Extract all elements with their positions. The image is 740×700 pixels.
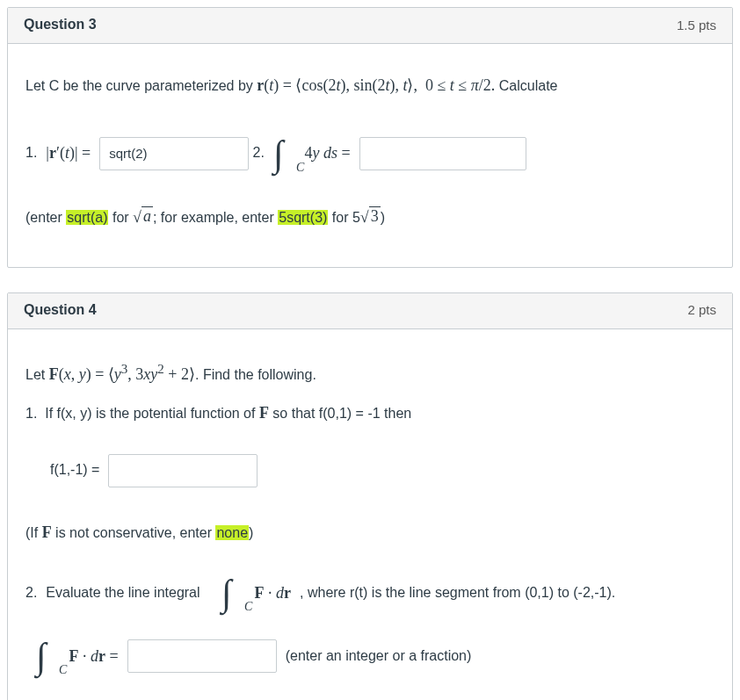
q3-part1-input[interactable]	[99, 137, 249, 170]
q3-hint: (enter sqrt(a) for a; for example, enter…	[25, 206, 715, 230]
q3-hint-mid: for	[108, 210, 133, 225]
question-3-title: Question 3	[24, 17, 97, 32]
q4-part1-text: If f(x, y) is the potential function of	[45, 406, 259, 421]
question-4-body: Let F(x, y) = ⟨y3, 3xy2 + 2⟩. Find the f…	[8, 329, 732, 700]
q3-intro-pre: Let C be the curve parameterized by	[25, 78, 257, 93]
q3-param-eq: r(t) = ⟨cos(2t), sin(2t), t⟩, 0 ≤ t ≤ π/…	[257, 76, 499, 94]
q4-part1-text: 1. If f(x, y) is the potential function …	[25, 401, 715, 426]
q4-intro-post: . Find the following.	[195, 367, 316, 382]
q3-part2-integrand: 4y ds =	[304, 141, 350, 166]
integral-icon-3: ∫C	[36, 638, 47, 675]
q4-part1-input[interactable]	[108, 454, 258, 487]
q3-hint-for: for 5	[328, 210, 359, 225]
q4-intro: Let F(x, y) = ⟨y3, 3xy2 + 2⟩. Find the f…	[25, 359, 715, 387]
q3-part1-num: 1.	[25, 142, 37, 164]
sqrt-3: 3	[360, 206, 381, 230]
q4-part2-where: , where r(t) is the line segment from (0…	[300, 582, 615, 604]
q4-part2-hint: (enter an integer or a fraction)	[286, 646, 472, 668]
q4-cons-mid: is not conservative, enter	[52, 525, 216, 540]
question-4-card: Question 4 2 pts Let F(x, y) = ⟨y3, 3xy2…	[7, 292, 733, 700]
question-4-pts: 2 pts	[687, 302, 716, 317]
q3-part1-lhs: |r′(t)| =	[46, 141, 91, 166]
q3-hint-close: )	[381, 210, 385, 225]
q3-hint-post: ; for example, enter	[153, 210, 278, 225]
q4-part2-text: Evaluate the line integral	[46, 582, 200, 604]
q4-part1-answer: f(1,-1) =	[50, 454, 258, 487]
q4-conservative-hint: (If F is not conservative, enter none)	[25, 521, 715, 545]
question-3-body: Let C be the curve parameterized by r(t)…	[8, 44, 732, 267]
q4-part1-text2: so that f(0,1) = -1 then	[269, 406, 411, 421]
q4-cons-pre: (If	[25, 525, 42, 540]
q3-part2: 2. ∫C 4y ds =	[253, 135, 526, 172]
question-4-title: Question 4	[24, 302, 97, 318]
q3-intro: Let C be the curve parameterized by r(t)…	[25, 74, 715, 98]
q4-cons-bold: F	[42, 523, 52, 541]
q4-part1-bold: F	[259, 404, 269, 422]
integral-icon: ∫C	[273, 135, 284, 172]
question-3-pts: 1.5 pts	[677, 18, 716, 32]
q3-hint-sqrt: sqrt(a)	[66, 210, 108, 225]
q4-part2-text: 2. Evaluate the line integral ∫C F · dr,…	[25, 574, 615, 611]
q3-part1: 1. |r′(t)| =	[25, 137, 249, 170]
q4-part2-num: 2.	[25, 582, 37, 604]
q4-intro-pre: Let	[25, 367, 49, 382]
q4-cons-none: none	[215, 525, 249, 540]
q4-part1-num: 1.	[25, 406, 37, 421]
question-4-header: Question 4 2 pts	[8, 293, 732, 329]
question-3-header: Question 3 1.5 pts	[8, 8, 732, 44]
q3-part2-input[interactable]	[359, 137, 526, 170]
q3-hint-pre: (enter	[25, 210, 66, 225]
q4-part2-answer: ∫C F · dr = (enter an integer or a fract…	[36, 638, 471, 675]
q3-part2-num: 2.	[253, 142, 265, 164]
integral-icon-2: ∫C	[221, 574, 232, 611]
q4-vecfield: F(x, y) = ⟨y3, 3xy2 + 2⟩	[49, 365, 195, 383]
q4-cons-close: )	[249, 525, 253, 540]
q4-part1-lhs: f(1,-1) =	[50, 459, 99, 481]
sqrt-a: a	[133, 206, 153, 230]
q3-intro-post: Calculate	[499, 78, 558, 93]
question-3-card: Question 3 1.5 pts Let C be the curve pa…	[7, 7, 733, 268]
q4-part2-input[interactable]	[127, 639, 277, 673]
q4-part2-int: F · dr	[255, 581, 292, 606]
q4-part2-lhs: F · dr =	[69, 645, 119, 669]
q3-hint-example: 5sqrt(3)	[278, 210, 328, 225]
